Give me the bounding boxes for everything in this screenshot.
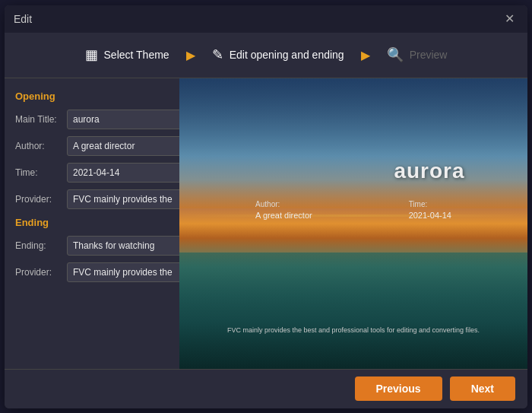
close-button[interactable]: ✕ — [501, 11, 518, 27]
ending-provider-row: Provider: — [15, 262, 169, 282]
ending-input[interactable] — [67, 236, 179, 256]
preview-meta: Author: A great director Time: 2021-04-1… — [207, 200, 500, 220]
preview-provider-text: FVC mainly provides the best and profess… — [227, 326, 480, 334]
preview-icon: 🔍 — [387, 46, 404, 63]
ending-row: Ending: — [15, 236, 169, 256]
step3-label: Preview — [410, 49, 448, 61]
preview-author-val: A great director — [255, 211, 312, 220]
opening-section-label: Opening — [15, 91, 169, 102]
preview-area: aurora Author: A great director Time: 20… — [179, 78, 527, 369]
title-bar: Edit ✕ — [5, 5, 527, 33]
sky-overlay — [179, 78, 527, 209]
theme-icon: ▦ — [85, 46, 98, 63]
previous-button[interactable]: Previous — [355, 376, 442, 401]
edit-icon: ✎ — [212, 46, 223, 63]
step2-label: Edit opening and ending — [230, 49, 344, 61]
author-input[interactable] — [67, 136, 179, 156]
time-input[interactable] — [67, 163, 179, 183]
content-area: Opening Main Title: Author: Time: Provid… — [5, 78, 527, 369]
left-panel: Opening Main Title: Author: Time: Provid… — [5, 78, 179, 369]
preview-author-key: Author: — [255, 200, 312, 208]
main-title-input[interactable] — [67, 110, 179, 129]
preview-background: aurora Author: A great director Time: 20… — [179, 78, 527, 369]
next-button[interactable]: Next — [450, 376, 515, 401]
author-row: Author: — [15, 136, 169, 156]
water-overlay — [179, 253, 527, 369]
ending-section-label: Ending — [15, 217, 169, 228]
edit-window: Edit ✕ ▦ Select Theme ▶ ✎ Edit opening a… — [5, 5, 527, 408]
preview-author-block: Author: A great director — [255, 200, 312, 220]
preview-time-block: Time: 2021-04-14 — [409, 200, 451, 220]
ending-provider-label: Provider: — [15, 267, 62, 278]
preview-time-key: Time: — [409, 200, 451, 208]
arrow1-icon: ▶ — [186, 48, 195, 62]
toolbar-step1[interactable]: ▦ Select Theme — [71, 40, 183, 69]
toolbar-step2[interactable]: ✎ Edit opening and ending — [198, 40, 358, 69]
arrow2-icon: ▶ — [361, 48, 370, 62]
provider-input[interactable] — [67, 189, 179, 209]
time-row: Time: — [15, 163, 169, 183]
provider-row: Provider: — [15, 189, 169, 209]
toolbar-step3[interactable]: 🔍 Preview — [373, 40, 461, 69]
toolbar: ▦ Select Theme ▶ ✎ Edit opening and endi… — [5, 33, 527, 78]
main-title-label: Main Title: — [15, 114, 62, 125]
main-title-row: Main Title: — [15, 110, 169, 129]
preview-time-val: 2021-04-14 — [409, 211, 451, 220]
provider-label: Provider: — [15, 194, 62, 205]
window-title: Edit — [14, 13, 32, 25]
footer: Previous Next — [5, 369, 527, 408]
ending-provider-input[interactable] — [67, 262, 179, 282]
step1-label: Select Theme — [104, 49, 169, 61]
preview-title: aurora — [394, 159, 464, 183]
ending-label: Ending: — [15, 240, 62, 251]
time-label: Time: — [15, 167, 62, 178]
author-label: Author: — [15, 141, 62, 151]
